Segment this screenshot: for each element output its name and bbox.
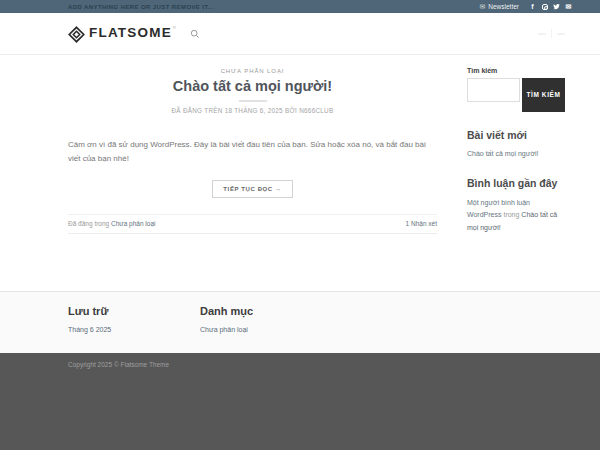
archives-title: Lưu trữ — [68, 305, 200, 317]
site-header: FLATSOME ® — [0, 13, 600, 55]
post-title[interactable]: Chào tất cả mọi người! — [68, 78, 437, 94]
post-meta: ĐÃ ĐĂNG TRÊN 18 THÁNG 6, 2025 BỞI N666CL… — [68, 107, 437, 114]
archive-link[interactable]: Tháng 6 2025 — [68, 326, 111, 333]
posted-in-category-link[interactable]: Chưa phân loại — [111, 220, 155, 227]
sidebar-search-input[interactable] — [467, 78, 520, 102]
sidebar: Tìm kiếm TÌM KIẾM Bài viết mới Chào tất … — [467, 55, 565, 291]
instagram-icon[interactable] — [541, 3, 548, 10]
footer-dark: Copyright 2025 © Flatsome Theme — [0, 353, 600, 450]
social-icons: f ✉ — [529, 3, 572, 10]
posted-in: Đã đăng trong Chưa phân loại — [68, 220, 155, 227]
search-icon[interactable] — [190, 29, 200, 39]
post-category-label[interactable]: CHƯA PHÂN LOẠI — [68, 68, 437, 74]
blog-post: CHƯA PHÂN LOẠI Chào tất cả mọi người! ĐÃ… — [68, 55, 437, 291]
recent-comment-item: Một người bình luận WordPress trong Chào… — [467, 197, 565, 236]
site-logo[interactable]: FLATSOME ® — [68, 24, 176, 43]
comments-link[interactable]: 1 Nhận xét — [406, 220, 437, 227]
recent-post-link[interactable]: Chào tất cả mọi người! — [467, 149, 565, 160]
footer-widgets: Lưu trữ Tháng 6 2025 Danh mục Chưa phân … — [0, 291, 600, 353]
sidebar-search-label: Tìm kiếm — [467, 67, 565, 74]
twitter-icon[interactable] — [553, 3, 560, 10]
comment-connector: trong — [502, 211, 522, 218]
header-nav-placeholder — [538, 29, 565, 38]
topbar: ADD ANYTHING HERE OR JUST REMOVE IT... ✉… — [0, 0, 600, 13]
posted-in-prefix: Đã đăng trong — [68, 220, 111, 227]
archives-widget: Lưu trữ Tháng 6 2025 — [68, 305, 200, 353]
read-more-button[interactable]: TIẾP TỤC ĐỌC → — [212, 180, 292, 198]
email-icon[interactable]: ✉ — [565, 3, 572, 10]
copyright-text: Copyright 2025 © Flatsome Theme — [68, 361, 565, 368]
logo-text: FLATSOME — [89, 24, 172, 42]
category-link[interactable]: Chưa phân loại — [200, 326, 248, 333]
newsletter-label: Newsletter — [488, 3, 519, 10]
post-excerpt: Cảm ơn vì đã sử dụng WordPress. Đây là b… — [68, 138, 437, 166]
title-divider — [239, 100, 267, 102]
post-footer: Đã đăng trong Chưa phân loại 1 Nhận xét — [68, 214, 437, 234]
recent-comments-title: Bình luận gần đây — [467, 177, 565, 189]
sidebar-search-button[interactable]: TÌM KIẾM — [522, 78, 565, 112]
categories-widget: Danh mục Chưa phân loại — [200, 305, 332, 353]
diamond-logo-icon — [68, 26, 85, 43]
topbar-right: ✉ Newsletter f ✉ — [479, 3, 572, 10]
facebook-icon[interactable]: f — [529, 3, 536, 10]
newsletter-link[interactable]: ✉ Newsletter — [479, 3, 519, 10]
topbar-message: ADD ANYTHING HERE OR JUST REMOVE IT... — [68, 4, 214, 10]
recent-posts-title: Bài viết mới — [467, 129, 565, 141]
envelope-icon: ✉ — [479, 3, 485, 10]
registered-mark: ® — [173, 25, 176, 30]
categories-title: Danh mục — [200, 305, 332, 317]
main-content: CHƯA PHÂN LOẠI Chào tất cả mọi người! ĐÃ… — [0, 55, 600, 291]
